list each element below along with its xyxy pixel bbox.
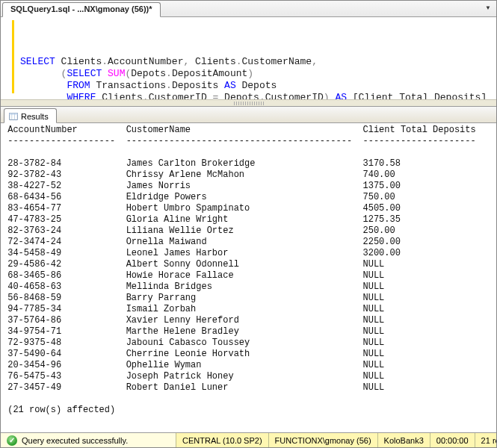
results-tab[interactable]: Results (4, 108, 57, 123)
document-tab[interactable]: SQLQuery1.sql - ...NX\gmonay (56))* (2, 2, 161, 17)
svg-rect-1 (10, 113, 18, 115)
status-message-seg: ✓ Query executed successfully. (1, 433, 176, 447)
results-panel: Results AccountNumber CustomerName Clien… (1, 107, 496, 432)
sql-line: SELECT Clients.AccountNumber, Clients.Cu… (1, 56, 496, 68)
status-elapsed: 00:00:00 (430, 433, 475, 447)
splitter-grip-icon (234, 102, 264, 105)
sql-editor[interactable]: SELECT Clients.AccountNumber, Clients.Cu… (1, 17, 496, 99)
sql-line: FROM Transactions.Deposits AS Depots (1, 80, 496, 92)
sql-line: (SELECT SUM(Depots.DepositAmount) (1, 68, 496, 80)
sql-line: WHERE Clients.CustomerID = Depots.Custom… (1, 92, 496, 99)
status-rows: 21 row (475, 433, 497, 447)
results-tab-bar: Results (1, 107, 496, 123)
document-tab-bar: SQLQuery1.sql - ...NX\gmonay (56))* ▼ (1, 1, 496, 17)
document-tab-title: SQLQuery1.sql - ...NX\gmonay (56))* (10, 4, 152, 13)
tab-dropdown-icon[interactable]: ▼ (483, 3, 493, 13)
splitter[interactable] (1, 99, 496, 107)
status-message: Query executed successfully. (22, 436, 128, 445)
status-bar: ✓ Query executed successfully. CENTRAL (… (1, 432, 496, 447)
status-database: KoloBank3 (378, 433, 430, 447)
status-user: FUNCTIONX\gmonay (56) (269, 433, 378, 447)
status-server: CENTRAL (10.0 SP2) (176, 433, 269, 447)
results-tab-label: Results (21, 112, 49, 121)
results-icon (9, 112, 18, 121)
change-marker (12, 20, 14, 93)
results-text[interactable]: AccountNumber CustomerName Client Total … (1, 123, 496, 432)
check-icon: ✓ (7, 435, 17, 446)
